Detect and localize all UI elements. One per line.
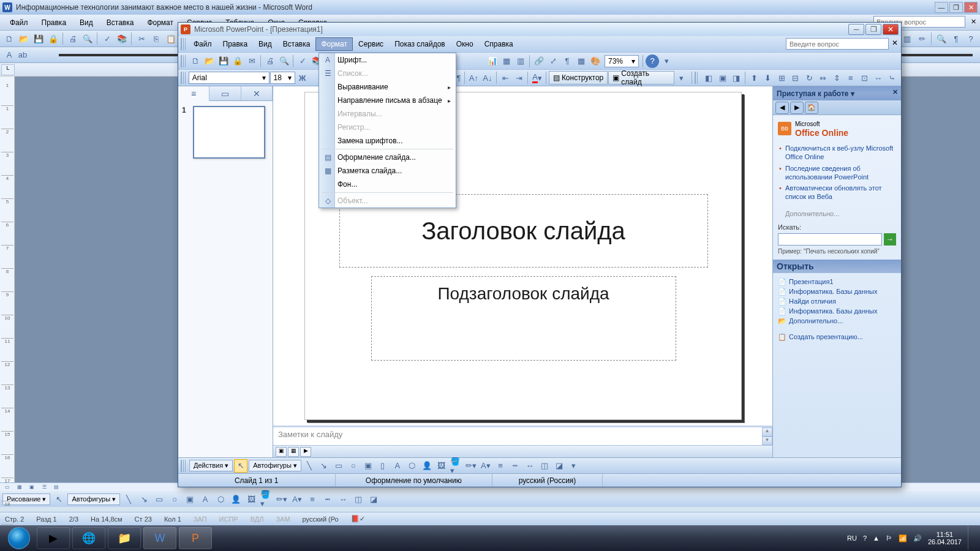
pp-tables-icon[interactable]: ▥ bbox=[514, 54, 527, 68]
picture-icon[interactable]: 🖼 bbox=[244, 492, 258, 506]
menu-background[interactable]: Фон... bbox=[319, 178, 456, 191]
word-menu-file[interactable]: Файл bbox=[4, 17, 34, 29]
pp-ungroup-icon[interactable]: ⊟ bbox=[789, 71, 802, 84]
task-nav-home-icon[interactable]: 🏠 bbox=[805, 102, 818, 114]
recent-file[interactable]: Информатика. Базы данных bbox=[778, 287, 896, 296]
paragraph-icon[interactable]: ¶ bbox=[949, 32, 963, 45]
pp-grid-icon[interactable]: ▦ bbox=[575, 54, 588, 68]
pp-wordart-icon[interactable]: A bbox=[391, 459, 404, 473]
styles-icon[interactable]: A bbox=[2, 48, 16, 62]
pp-drawbar-options-icon[interactable]: ▾ bbox=[567, 459, 581, 473]
task-search-go-button[interactable]: → bbox=[884, 233, 896, 246]
word-menu-view[interactable]: Вид bbox=[74, 17, 99, 29]
pp-table-icon[interactable]: ▦ bbox=[500, 54, 513, 68]
pp-align-center-icon[interactable]: ▣ bbox=[716, 71, 729, 84]
pp-select-icon[interactable]: ↖ bbox=[234, 459, 247, 473]
line-color-icon[interactable]: ✏▾ bbox=[275, 492, 288, 506]
pp-tab-slides[interactable]: ▭ bbox=[209, 86, 241, 100]
pp-rotate-icon[interactable]: ↻ bbox=[803, 71, 816, 84]
tray-help-icon[interactable]: ? bbox=[863, 534, 867, 542]
pp-menu-file[interactable]: Файл bbox=[188, 37, 217, 51]
taskbar-mediaplayer[interactable]: ▶ bbox=[37, 527, 70, 549]
toolbar1-grip-icon[interactable] bbox=[181, 55, 186, 67]
pp-maximize-button[interactable]: ❐ bbox=[865, 24, 881, 35]
pp-oval-icon[interactable]: ○ bbox=[347, 459, 360, 473]
menu-slide-layout[interactable]: ▦Разметка слайда... bbox=[319, 164, 456, 178]
notes-scrollbar[interactable]: ▲ ▼ bbox=[762, 427, 772, 445]
3d-icon[interactable]: ◪ bbox=[367, 492, 380, 506]
diagram-icon[interactable]: ⬡ bbox=[214, 492, 227, 506]
taskbar-chrome[interactable]: 🌐 bbox=[72, 527, 105, 549]
word-minimize-button[interactable]: — bbox=[935, 2, 948, 13]
word-doc-close-button[interactable]: ✕ bbox=[971, 18, 976, 26]
select-icon[interactable]: ↖ bbox=[52, 492, 66, 506]
pp-help-search[interactable] bbox=[786, 38, 889, 50]
task-link[interactable]: Автоматически обновлять этот список из В… bbox=[778, 182, 896, 203]
pp-hyperlink-icon[interactable]: 🔗 bbox=[532, 54, 546, 68]
word-close-button[interactable]: ✕ bbox=[964, 2, 978, 13]
pp-print-icon[interactable]: 🖨 bbox=[263, 54, 277, 68]
slide-subtitle-placeholder[interactable]: Подзаголовок слайда bbox=[371, 276, 676, 361]
pp-email-icon[interactable]: ✉ bbox=[245, 54, 258, 68]
recent-file[interactable]: Найди отличия bbox=[778, 296, 896, 306]
pp-expand-icon[interactable]: ⤢ bbox=[546, 54, 560, 68]
scroll-down-icon[interactable]: ▼ bbox=[762, 437, 772, 446]
pp-thumbnail-1[interactable]: 1 bbox=[182, 106, 269, 159]
pp-permission-icon[interactable]: 🔒 bbox=[231, 54, 244, 68]
task-pane-header[interactable]: Приступая к работе▾ ✕ bbox=[773, 86, 901, 100]
status-spell-icon[interactable]: 📕✓ bbox=[351, 515, 365, 523]
pp-arrow-icon[interactable]: ↘ bbox=[317, 459, 331, 473]
taskbar-explorer[interactable]: 📁 bbox=[108, 527, 141, 549]
word-titlebar[interactable]: W Информационные технологии занимают важ… bbox=[0, 0, 980, 15]
tray-clock[interactable]: 11:5126.04.2017 bbox=[928, 531, 962, 545]
pp-line-icon[interactable]: ╲ bbox=[303, 459, 316, 473]
pp-increase-indent-icon[interactable]: ⇥ bbox=[513, 71, 526, 84]
pp-menu-format[interactable]: Формат bbox=[315, 37, 353, 51]
task-nav-forward-icon[interactable]: ▶ bbox=[790, 102, 804, 114]
pp-fontcolor-icon[interactable]: A▾ bbox=[530, 71, 543, 84]
taskbar-word[interactable]: W bbox=[143, 527, 176, 549]
pp-diagram-icon[interactable]: ⬡ bbox=[405, 459, 419, 473]
pp-textbox-icon[interactable]: ▣ bbox=[361, 459, 375, 473]
pp-distribute-icon[interactable]: ≡ bbox=[844, 71, 857, 84]
view-normal-icon[interactable]: ▣ bbox=[276, 447, 287, 457]
wordart-icon[interactable]: A bbox=[198, 492, 212, 506]
pp-bring-front-icon[interactable]: ⬆ bbox=[748, 71, 761, 84]
pp-new-icon[interactable]: 🗋 bbox=[189, 54, 202, 68]
research-icon[interactable]: 📚 bbox=[115, 32, 129, 45]
paste-icon[interactable]: 📋 bbox=[164, 32, 178, 45]
task-link[interactable]: Последние сведения об использовании Powe… bbox=[778, 163, 896, 183]
tray-lang[interactable]: RU bbox=[847, 534, 857, 542]
drawing-icon[interactable]: ✏ bbox=[915, 32, 929, 45]
view-outline-icon[interactable]: ☰ bbox=[39, 484, 49, 491]
pp-shadow-icon[interactable]: ◫ bbox=[538, 459, 551, 473]
tray-network-icon[interactable]: 📶 bbox=[899, 534, 907, 542]
pp-menu-insert[interactable]: Вставка bbox=[277, 37, 316, 51]
pp-spellcheck-icon[interactable]: ✓ bbox=[296, 54, 309, 68]
pp-doc-close-button[interactable]: ✕ bbox=[890, 39, 900, 48]
pp-close-button[interactable]: ✕ bbox=[883, 24, 899, 35]
toolbar2-grip-icon[interactable] bbox=[181, 72, 186, 84]
pp-send-back-icon[interactable]: ⬇ bbox=[761, 71, 774, 84]
pp-newslide-button[interactable]: ▣ Создать слайд bbox=[608, 71, 674, 84]
pp-decrease-font-icon[interactable]: A↓ bbox=[481, 71, 494, 84]
pp-open-icon[interactable]: 📂 bbox=[203, 54, 216, 68]
columns-icon[interactable]: ▥ bbox=[900, 32, 914, 45]
pp-snap-icon[interactable]: ⊡ bbox=[858, 71, 870, 84]
view-sorter-icon[interactable]: ▦ bbox=[288, 447, 299, 457]
pp-menu-slideshow[interactable]: Показ слайдов bbox=[389, 37, 451, 51]
pp-chart-icon[interactable]: 📊 bbox=[486, 54, 499, 68]
task-pane-close-button[interactable]: ✕ bbox=[890, 88, 900, 98]
pp-line-color-icon[interactable]: ✏▾ bbox=[464, 459, 478, 473]
create-presentation-link[interactable]: Создать презентацию... bbox=[778, 332, 896, 342]
pp-menu-edit[interactable]: Правка bbox=[217, 37, 254, 51]
pp-fill-color-icon[interactable]: 🪣▾ bbox=[450, 459, 463, 473]
arrow-icon[interactable]: ↘ bbox=[137, 492, 151, 506]
menu-slide-design[interactable]: ▤Оформление слайда... bbox=[319, 151, 456, 164]
pp-increase-font-icon[interactable]: A↑ bbox=[467, 71, 480, 84]
highlight-icon[interactable]: ab bbox=[16, 48, 29, 62]
pp-draw-actions[interactable]: Действия ▾ bbox=[189, 460, 233, 471]
show-desktop-button[interactable] bbox=[968, 527, 973, 550]
scroll-up-icon[interactable]: ▲ bbox=[762, 427, 772, 437]
word-maximize-button[interactable]: ❐ bbox=[949, 2, 963, 13]
